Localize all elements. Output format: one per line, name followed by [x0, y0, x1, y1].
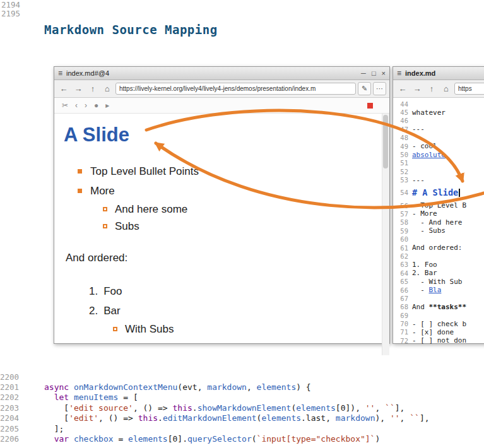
- line-number: 69: [393, 312, 412, 319]
- record-indicator: [367, 103, 373, 109]
- editor-line: 49- cool: [393, 142, 484, 150]
- code-segment: Bla: [429, 286, 442, 294]
- menu-icon[interactable]: ≡: [58, 69, 62, 78]
- bullet-marker-icon: [78, 169, 82, 174]
- code-segment: - With Sub: [412, 278, 462, 286]
- maximize-icon[interactable]: □: [372, 69, 376, 77]
- toolbar-icons: ✂‹›●▸: [62, 101, 109, 110]
- code-segment: ``: [410, 413, 420, 423]
- up-button[interactable]: ↑: [425, 83, 438, 95]
- play-icon[interactable]: ▸: [105, 101, 109, 110]
- ordered-text: Foo: [103, 285, 122, 298]
- editor-line-code: - Top Level B: [412, 201, 466, 209]
- editor-line: 69: [393, 311, 484, 319]
- code-line-content: ['edit', () => this.editMarkdownElement(…: [44, 413, 430, 423]
- code-segment: `input[type="checkbox"]`: [257, 434, 375, 444]
- editor-line: 45whatever: [393, 108, 484, 116]
- editor-line-code: And ordered:: [412, 244, 462, 252]
- code-segment: ],: [420, 413, 430, 423]
- line-number: 48: [393, 134, 412, 141]
- code-line-content: let menuItems = [: [44, 392, 138, 402]
- code-segment: checkbox: [74, 434, 114, 444]
- code-line: 2200: [0, 372, 484, 382]
- code-editor-block[interactable]: 22002201async onMarkdownContextMenu(evt,…: [0, 372, 484, 444]
- chevron-right-icon[interactable]: ›: [85, 101, 87, 110]
- code-segment: **tasks**: [429, 303, 467, 311]
- line-number: 46: [393, 117, 412, 124]
- close-icon[interactable]: ×: [382, 69, 386, 77]
- editor-line: 72- [ ] not don: [393, 336, 484, 345]
- code-segment: '': [365, 403, 375, 413]
- code-segment: menuItems: [74, 392, 118, 402]
- code-line-content: ];: [44, 424, 64, 433]
- editor-line-code: - More: [412, 209, 437, 218]
- editor-line: 65 - With Sub: [393, 277, 484, 285]
- line-number: 47: [393, 126, 412, 133]
- code-segment: -: [412, 286, 429, 294]
- editor-line: 44: [393, 100, 484, 108]
- back-button[interactable]: ←: [396, 83, 409, 95]
- url-input[interactable]: https://lively-kernel.org/lively4/lively…: [115, 83, 356, 95]
- browser-navbar: ← → ↑ ⌂ https://lively-kernel.org/lively…: [54, 80, 389, 98]
- chevron-left-icon[interactable]: ‹: [75, 101, 78, 110]
- window-title: index.md: [405, 69, 435, 77]
- line-number: 51: [393, 159, 412, 167]
- url-input[interactable]: https: [454, 83, 484, 95]
- edit-pencil-button[interactable]: ✎: [358, 82, 371, 95]
- code-segment: elements: [257, 382, 297, 392]
- forward-button[interactable]: →: [72, 83, 85, 95]
- sub-bullet-marker-icon: [113, 327, 117, 331]
- editor-line: 67: [393, 294, 484, 302]
- editor-line: 68And **tasks**: [393, 303, 484, 311]
- line-number: 2200: [0, 372, 21, 382]
- line-number: 53: [393, 176, 412, 184]
- forward-button[interactable]: →: [411, 83, 423, 95]
- editor-line-code: ---: [412, 176, 425, 184]
- minimize-icon[interactable]: ─: [361, 69, 366, 77]
- editor-line-code: - cool: [412, 142, 437, 150]
- line-number: 63: [393, 261, 412, 268]
- code-line: 2204 ['edit', () => this.editMarkdownEle…: [0, 413, 484, 423]
- scrollbar[interactable]: [382, 114, 389, 355]
- code-segment: elements: [261, 413, 301, 423]
- editor-line-code: # A Slide: [412, 187, 460, 197]
- code-segment: - [ ] check b: [412, 320, 466, 328]
- record-icon[interactable]: ●: [94, 101, 98, 110]
- line-number: 2194: [1, 1, 20, 9]
- sub-bullet-item: Subs: [103, 218, 374, 235]
- slide-bullet-list: Top Level Bullet PointsMore: [64, 162, 374, 201]
- code-segment: [44, 434, 54, 444]
- window-titlebar[interactable]: ≡ index.md#@4 ─ □ ×: [54, 67, 389, 80]
- code-segment: this: [138, 413, 158, 423]
- bullet-item: More: [78, 181, 374, 201]
- line-number: 66: [393, 286, 412, 294]
- code-segment: markdown: [207, 382, 247, 392]
- line-number: 60: [393, 235, 412, 243]
- home-button[interactable]: ⌂: [101, 83, 114, 95]
- line-number: 2195: [1, 9, 20, 18]
- code-segment: , () =>: [133, 403, 173, 413]
- sub-bullet-marker-icon: [103, 207, 107, 211]
- editor-line: 48: [393, 134, 484, 142]
- code-segment: ---: [412, 125, 425, 133]
- code-segment: elements: [296, 403, 336, 413]
- line-number: 68: [393, 303, 412, 310]
- markdown-source-editor[interactable]: 4445whatever4647---4849- cool50absolute5…: [393, 98, 484, 346]
- scrollbar-thumb[interactable]: [383, 115, 388, 168]
- presentation-toolbar: ✂‹›●▸: [54, 98, 389, 114]
- editor-line-code: - With Sub: [412, 278, 462, 286]
- code-line: 2202 let menuItems = [: [0, 392, 484, 403]
- editor-line: 631. Foo: [393, 261, 484, 269]
- more-options-button[interactable]: ⋯: [373, 82, 386, 95]
- scissors-icon[interactable]: ✂: [62, 101, 68, 110]
- code-segment: , () =>: [98, 413, 138, 423]
- slide-preview[interactable]: A Slide Top Level Bullet PointsMore And …: [54, 114, 389, 355]
- window-titlebar[interactable]: ≡ index.md: [393, 67, 484, 80]
- code-line: 2203 ['edit source', () => this.showMark…: [0, 403, 484, 413]
- up-button[interactable]: ↑: [86, 83, 99, 95]
- menu-icon[interactable]: ≡: [397, 69, 401, 78]
- code-segment: [: [44, 413, 69, 423]
- home-button[interactable]: ⌂: [440, 83, 452, 95]
- ordered-item: 2.Bar: [89, 301, 374, 321]
- back-button[interactable]: ←: [57, 83, 70, 95]
